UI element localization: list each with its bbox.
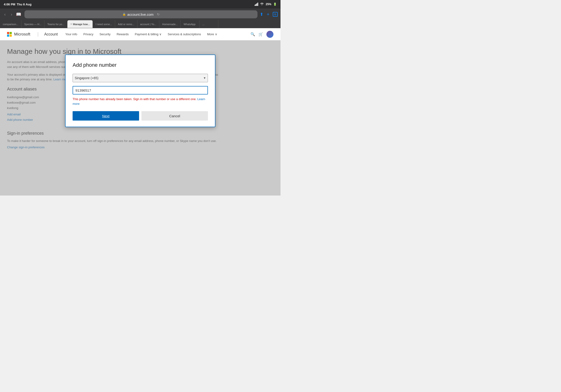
ms-nav: Microsoft | Account Your info Privacy Se… — [0, 28, 280, 40]
ms-nav-product: Account — [44, 32, 58, 36]
new-tab-button[interactable]: + — [267, 12, 270, 17]
page-content: Microsoft | Account Your info Privacy Se… — [0, 28, 280, 196]
nav-link-yourinfo[interactable]: Your info — [63, 28, 80, 40]
phone-input[interactable] — [73, 86, 208, 95]
cart-icon[interactable]: 🛒 — [259, 32, 263, 36]
tab-need[interactable]: I need some... — [93, 20, 115, 28]
ms-logo-text: Microsoft — [14, 32, 30, 37]
nav-link-privacy[interactable]: Privacy — [81, 28, 96, 40]
nav-link-more[interactable]: More ∨ — [204, 28, 220, 40]
wifi-icon — [260, 3, 264, 6]
tab-species[interactable]: Species — H... — [21, 20, 44, 28]
search-icon[interactable]: 🔍 — [250, 32, 255, 36]
browser-chrome: ‹ › 📖 🔒 account.live.com ↻ ⬆ + ⧉ — [0, 9, 280, 20]
tab-manage[interactable]: ✕ Manage how... — [67, 20, 93, 28]
tab-whatsapp[interactable]: WhatsApp — [181, 20, 199, 28]
date: Thu 6 Aug — [17, 3, 32, 6]
modal-overlay: Add phone number Singapore (+65) United … — [0, 40, 280, 196]
add-phone-modal: Add phone number Singapore (+65) United … — [65, 54, 216, 127]
tab-homemade[interactable]: Homemade... — [159, 20, 181, 28]
tab-label: Species — H... — [24, 23, 41, 26]
battery-icon: 🔋 — [273, 3, 277, 6]
close-tab-icon[interactable]: ✕ — [70, 23, 72, 25]
error-message: This phone number has already been taken… — [73, 97, 208, 106]
ms-nav-actions: 🔍 🛒 — [250, 31, 273, 38]
lock-icon: 🔒 — [122, 13, 126, 16]
tab-more[interactable]: ... — [199, 20, 218, 28]
next-button[interactable]: Next — [73, 111, 139, 120]
battery-level: 25% — [266, 3, 271, 6]
tabs-overview-button[interactable]: ⧉ — [273, 12, 278, 17]
nav-link-payment[interactable]: Payment & billing ∨ — [132, 28, 164, 40]
tab-label: Manage how... — [73, 23, 90, 26]
cancel-button[interactable]: Cancel — [141, 111, 208, 120]
country-select[interactable]: Singapore (+65) United States (+1) Unite… — [73, 74, 208, 82]
bottom-bar — [0, 196, 280, 196]
url-text: account.live.com — [127, 12, 154, 16]
ms-logo-grid — [7, 32, 12, 37]
nav-link-services[interactable]: Services & subscriptions — [165, 28, 204, 40]
tab-label: account | Yo... — [140, 23, 156, 26]
ms-nav-links: Your info Privacy Security Rewards Payme… — [63, 28, 246, 40]
tabs-bar: comparison... Species — H... Teams for y… — [0, 20, 280, 28]
tab-label: Teams for yo... — [47, 23, 64, 26]
modal-actions: Next Cancel — [73, 111, 208, 120]
tab-label: WhatsApp — [183, 23, 195, 26]
tab-account[interactable]: account | Yo... — [137, 20, 160, 28]
forward-button[interactable]: › — [9, 11, 14, 17]
status-bar: 4:06 PM Thu 6 Aug 25% 🔋 — [0, 0, 280, 9]
tab-comparison[interactable]: comparison... — [0, 20, 21, 28]
nav-divider: | — [37, 32, 39, 37]
reload-button[interactable]: ↻ — [157, 12, 160, 16]
signal-bars — [255, 3, 258, 6]
address-bar[interactable]: 🔒 account.live.com ↻ — [24, 10, 258, 18]
tab-label: comparison... — [3, 23, 18, 26]
main-page: Manage how you sign in to Microsoft An a… — [0, 40, 280, 196]
tab-add-remove[interactable]: Add or remo... — [115, 20, 137, 28]
nav-link-security[interactable]: Security — [97, 28, 113, 40]
nav-link-rewards[interactable]: Rewards — [114, 28, 131, 40]
tab-teams[interactable]: Teams for yo... — [44, 20, 67, 28]
user-avatar[interactable] — [266, 31, 273, 38]
tab-label: ... — [202, 23, 204, 26]
tab-label: Add or remo... — [118, 23, 134, 26]
ms-logo: Microsoft — [7, 32, 30, 37]
phone-field — [73, 85, 208, 95]
time: 4:06 PM — [4, 3, 15, 6]
error-text: This phone number has already been taken… — [73, 97, 196, 101]
browser-actions: ⬆ + ⧉ — [260, 12, 278, 17]
tab-label: I need some... — [96, 23, 112, 26]
share-button[interactable]: ⬆ — [260, 12, 263, 17]
tab-label: Homemade... — [162, 23, 178, 26]
back-button[interactable]: ‹ — [3, 11, 7, 17]
modal-title: Add phone number — [73, 62, 208, 68]
country-select-wrapper: Singapore (+65) United States (+1) Unite… — [73, 74, 208, 82]
country-field: Singapore (+65) United States (+1) Unite… — [73, 74, 208, 82]
bookmarks-button[interactable]: 📖 — [16, 12, 21, 17]
